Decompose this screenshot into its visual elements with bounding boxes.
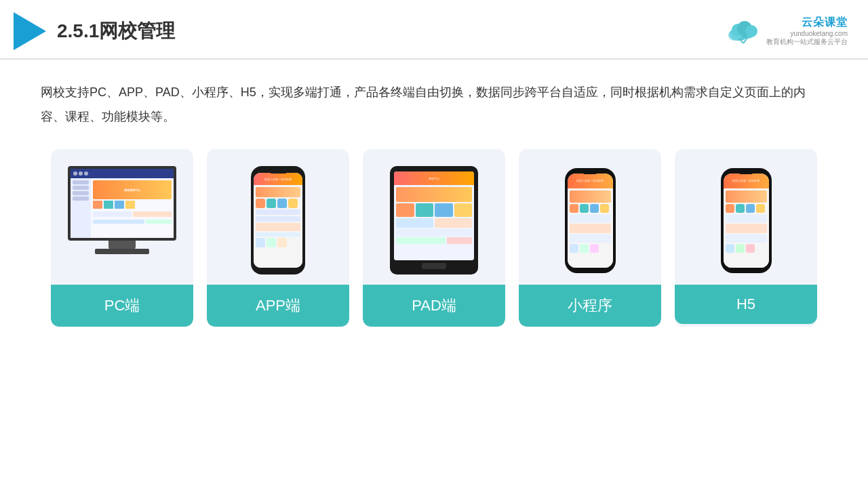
- card-h5-image: 职涯人的第一堂训练课: [675, 149, 817, 285]
- card-pc: 课程管理平台: [51, 149, 193, 327]
- brand-area: 云朵课堂 yunduoketang.com 教育机构一站式服务云平台: [726, 16, 848, 47]
- brand-info: 云朵课堂 yunduoketang.com 教育机构一站式服务云平台: [766, 16, 848, 47]
- card-pc-image: 课程管理平台: [51, 149, 193, 285]
- card-app-label: APP端: [207, 285, 349, 327]
- cloud-logo-icon: [726, 19, 761, 43]
- card-pad-image: 课程平台: [363, 149, 505, 285]
- card-h5-label: H5: [675, 285, 817, 324]
- card-miniprogram-label: 小程序: [519, 285, 661, 327]
- card-pc-label: PC端: [51, 285, 193, 327]
- header: 2.5.1网校管理 云朵课堂 yunduoketang.com 教育机构一站式服…: [0, 0, 868, 60]
- description-text: 网校支持PC、APP、PAD、小程序、H5，实现多端打通，产品各终端自由切换，数…: [41, 80, 827, 129]
- card-app: 职涯人的第一堂训练课: [207, 149, 349, 327]
- card-h5: 职涯人的第一堂训练课: [675, 149, 817, 327]
- thin-phone-h5: 职涯人的第一堂训练课: [721, 168, 772, 273]
- brand-url: yunduoketang.com: [790, 30, 848, 37]
- svg-point-5: [745, 25, 757, 37]
- monitor-screen: 课程管理平台: [68, 166, 176, 241]
- tablet-mockup: 课程平台: [390, 166, 478, 274]
- card-miniprogram-image: 职涯人的第一堂训练课: [519, 149, 661, 285]
- phone-mockup-app: 职涯人的第一堂训练课: [251, 166, 305, 274]
- cards-container: 课程管理平台: [41, 149, 827, 327]
- page-title: 2.5.1网校管理: [57, 18, 175, 44]
- brand-tagline: 教育机构一站式服务云平台: [766, 37, 848, 47]
- card-pad-label: PAD端: [363, 285, 505, 327]
- header-left: 2.5.1网校管理: [14, 12, 175, 50]
- desktop-mockup: 课程管理平台: [64, 166, 180, 274]
- card-pad: 课程平台: [363, 149, 505, 327]
- main-content: 网校支持PC、APP、PAD、小程序、H5，实现多端打通，产品各终端自由切换，数…: [0, 60, 868, 347]
- thin-phone-mini: 职涯人的第一堂训练课: [565, 168, 616, 273]
- brand-name: 云朵课堂: [802, 16, 848, 30]
- card-miniprogram: 职涯人的第一堂训练课: [519, 149, 661, 327]
- card-app-image: 职涯人的第一堂训练课: [207, 149, 349, 285]
- logo-triangle-icon: [14, 12, 46, 50]
